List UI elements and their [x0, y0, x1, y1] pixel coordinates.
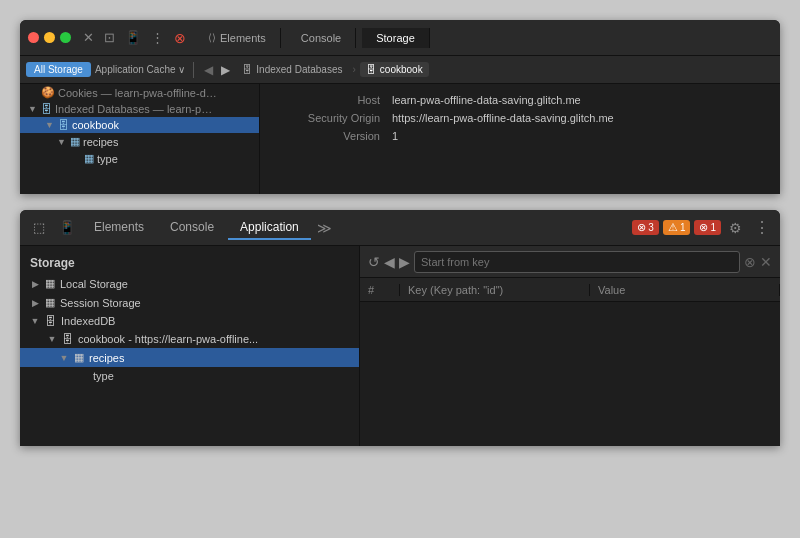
- bottom-toolbar: ⬚ 📱 Elements Console Application ≫ ⊗ 3 ⚠…: [20, 210, 780, 246]
- type-entry-label: type: [93, 370, 114, 382]
- nav-back-icon[interactable]: ◀: [202, 63, 215, 77]
- tree-item-cookbook[interactable]: ▼ 🗄 cookbook: [20, 117, 259, 133]
- local-storage-label: Local Storage: [60, 278, 128, 290]
- cookbook-icon: 🗄: [366, 64, 376, 75]
- storage-title: Storage: [20, 250, 359, 274]
- dock-icon[interactable]: ⊡: [102, 28, 117, 47]
- indexeddb-label: IndexedDB: [61, 315, 115, 327]
- top-devtools-panel: ✕ ⊡ 📱 ⋮ ⊗ ⟨⟩ Elements Console Storage Al…: [20, 20, 780, 194]
- security-value: https://learn-pwa-offline-data-saving.gl…: [392, 112, 614, 124]
- error-badge[interactable]: ⊗ 3: [632, 220, 659, 235]
- tree-item-indexeddb[interactable]: ▼ 🗄 IndexedDB: [20, 312, 359, 330]
- indexed-dbs-arrow: ▼: [28, 104, 38, 114]
- badge-group: ⊗ 3 ⚠ 1 ⊗ 1: [632, 220, 721, 235]
- warning-badge-icon: ⚠: [668, 221, 678, 234]
- tree-item-type-entry[interactable]: type: [20, 367, 359, 385]
- session-storage-label: Session Storage: [60, 297, 141, 309]
- settings-icon[interactable]: ⚙: [723, 220, 748, 236]
- separator: [193, 62, 194, 78]
- recipes-arrow: ▼: [57, 137, 67, 147]
- tree-item-cookbook-entry[interactable]: ▼ 🗄 cookbook - https://learn-pwa-offline…: [20, 330, 359, 348]
- bottom-devtools-panel: ⬚ 📱 Elements Console Application ≫ ⊗ 3 ⚠…: [20, 210, 780, 446]
- indexed-dbs-label: Indexed Databases — learn-pwa-offline-da…: [55, 103, 215, 115]
- indexeddb-icon: 🗄: [45, 315, 56, 327]
- maximize-button[interactable]: [60, 32, 71, 43]
- top-subtoolbar: All Storage Application Cache ∨ ◀ ▶ 🗄 In…: [20, 56, 780, 84]
- version-row: Version 1: [280, 130, 760, 142]
- cookies-label: Cookies — learn-pwa-offline-data-saving.…: [58, 87, 218, 99]
- refresh-button[interactable]: ↺: [368, 254, 380, 270]
- tab-storage[interactable]: Storage: [362, 28, 430, 48]
- breadcrumb-indexed-dbs[interactable]: 🗄 Indexed Databases: [236, 62, 348, 77]
- cookbook-entry-icon: 🗄: [62, 333, 73, 345]
- app-cache-button[interactable]: Application Cache ∨: [95, 64, 185, 75]
- indexeddb-arrow: ▼: [30, 316, 40, 326]
- col-hash: #: [360, 284, 400, 296]
- tree-item-type[interactable]: ▦ type: [20, 150, 259, 167]
- prev-page-button[interactable]: ◀: [384, 254, 395, 270]
- tree-item-session-storage[interactable]: ▶ ▦ Session Storage: [20, 293, 359, 312]
- tree-item-local-storage[interactable]: ▶ ▦ Local Storage: [20, 274, 359, 293]
- start-key-input[interactable]: [414, 251, 740, 273]
- cookbook-entry-arrow: ▼: [47, 334, 57, 344]
- tab-console[interactable]: Console: [287, 28, 356, 48]
- top-main-content: Host learn-pwa-offline-data-saving.glitc…: [260, 84, 780, 194]
- all-storage-button[interactable]: All Storage: [26, 62, 91, 77]
- tab-application[interactable]: Application: [228, 216, 311, 240]
- window-controls: [28, 32, 71, 43]
- more-tabs-icon[interactable]: ≫: [313, 220, 336, 236]
- type-table-icon: ▦: [84, 152, 94, 165]
- error-icon[interactable]: ⊗: [172, 28, 188, 48]
- col-key: Key (Key path: "id"): [400, 284, 590, 296]
- bottom-sidebar: Storage ▶ ▦ Local Storage ▶ ▦ Session St…: [20, 246, 360, 446]
- minimize-button[interactable]: [44, 32, 55, 43]
- version-value: 1: [392, 130, 398, 142]
- clear-button[interactable]: ✕: [760, 254, 772, 270]
- type-label: type: [97, 153, 118, 165]
- recipes-label: recipes: [83, 136, 118, 148]
- db-toolbar: ↺ ◀ ▶ ⊗ ✕: [360, 246, 780, 278]
- warning-badge[interactable]: ⚠ 1: [663, 220, 691, 235]
- cookbook-db-icon: 🗄: [58, 119, 69, 131]
- local-storage-arrow: ▶: [30, 279, 40, 289]
- recipes-entry-icon: ▦: [74, 351, 84, 364]
- tree-item-recipes-entry[interactable]: ▼ ▦ recipes: [20, 348, 359, 367]
- dots-icon[interactable]: ⋮: [149, 28, 166, 47]
- error-badge-icon: ⊗: [637, 221, 646, 234]
- cookbook-arrow: ▼: [45, 120, 55, 130]
- indexed-dbs-icon: 🗄: [41, 103, 52, 115]
- version-label: Version: [280, 130, 380, 142]
- close-button[interactable]: [28, 32, 39, 43]
- cursor-tool-button[interactable]: ⬚: [26, 215, 52, 241]
- nav-forward-icon[interactable]: ▶: [219, 63, 232, 77]
- delete-key-button[interactable]: ⊗: [744, 254, 756, 270]
- breadcrumb-separator: ›: [352, 64, 355, 75]
- next-page-button[interactable]: ▶: [399, 254, 410, 270]
- recipes-entry-label: recipes: [89, 352, 124, 364]
- tree-item-cookies[interactable]: 🍪 Cookies — learn-pwa-offline-data-savin…: [20, 84, 259, 101]
- db-table-header: # Key (Key path: "id") Value: [360, 278, 780, 302]
- tree-item-indexed-dbs[interactable]: ▼ 🗄 Indexed Databases — learn-pwa-offlin…: [20, 101, 259, 117]
- error-badge-2[interactable]: ⊗ 1: [694, 220, 721, 235]
- host-label: Host: [280, 94, 380, 106]
- host-row: Host learn-pwa-offline-data-saving.glitc…: [280, 94, 760, 106]
- breadcrumb-cookbook[interactable]: 🗄 cookbook: [360, 62, 429, 77]
- col-value: Value: [590, 284, 780, 296]
- tab-elements[interactable]: ⟨⟩ Elements: [194, 28, 281, 48]
- more-options-icon[interactable]: ⋮: [750, 218, 774, 237]
- security-row: Security Origin https://learn-pwa-offlin…: [280, 112, 760, 124]
- local-storage-icon: ▦: [45, 277, 55, 290]
- session-storage-arrow: ▶: [30, 298, 40, 308]
- tree-item-recipes[interactable]: ▼ ▦ recipes: [20, 133, 259, 150]
- device-tool-button[interactable]: 📱: [54, 215, 80, 241]
- cookbook-entry-label: cookbook - https://learn-pwa-offline...: [78, 333, 258, 345]
- cookbook-label: cookbook: [72, 119, 119, 131]
- cursor-icon[interactable]: ✕: [81, 28, 96, 47]
- recipes-entry-arrow: ▼: [59, 353, 69, 363]
- device-icon[interactable]: 📱: [123, 28, 143, 47]
- top-toolbar: ✕ ⊡ 📱 ⋮ ⊗ ⟨⟩ Elements Console Storage: [20, 20, 780, 56]
- error-badge-icon-2: ⊗: [699, 221, 708, 234]
- tab-console-bottom[interactable]: Console: [158, 216, 226, 240]
- db-icon: 🗄: [242, 64, 252, 75]
- tab-elements-bottom[interactable]: Elements: [82, 216, 156, 240]
